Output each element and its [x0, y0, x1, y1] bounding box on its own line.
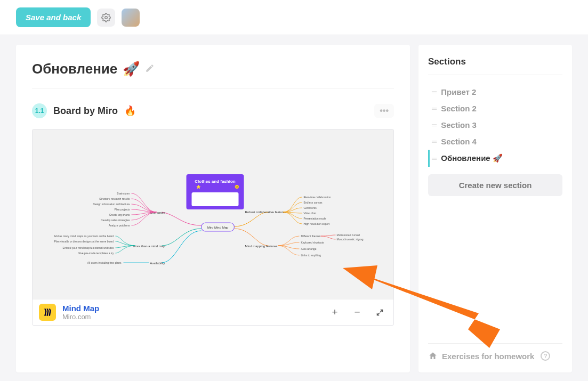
miro-logo-icon — [39, 304, 56, 321]
svg-text:Auto arrange: Auto arrange — [301, 247, 317, 250]
sidebar-item-label: Section 4 — [441, 137, 477, 146]
svg-text:Add as many mind maps as you w: Add as many mind maps as you want on the… — [54, 234, 114, 238]
sidebar-item-3[interactable]: ═ Section 4 — [428, 133, 562, 150]
board-title: Board by Miro — [53, 106, 118, 117]
sidebar-item-label: Привет 2 — [441, 87, 476, 96]
svg-point-0 — [105, 16, 108, 19]
pencil-icon — [145, 63, 155, 73]
svg-text:Robust collaborative features: Robust collaborative features — [245, 210, 287, 214]
svg-text:Links to anything: Links to anything — [301, 254, 321, 257]
svg-text:Video chat: Video chat — [304, 212, 317, 215]
svg-text:Presentation mode: Presentation mode — [304, 217, 326, 220]
page-title: Обновление — [32, 61, 117, 77]
svg-text:Brainstorm: Brainstorm — [117, 192, 130, 195]
svg-text:Develop sales strategies: Develop sales strategies — [101, 218, 130, 222]
create-section-button[interactable]: Create new section — [428, 174, 562, 196]
homework-link[interactable]: Exercises for homework ? — [428, 343, 562, 361]
embed-footer: Mind Map Miro.com + − — [33, 299, 393, 325]
section-number-badge: 1.1 — [32, 103, 47, 118]
sidebar-title: Sections — [428, 56, 562, 75]
sidebar-item-2[interactable]: ═ Section 3 — [428, 117, 562, 133]
svg-text:Monochromatic zigzag: Monochromatic zigzag — [337, 238, 364, 241]
svg-text:Availability: Availability — [150, 262, 165, 265]
homework-label: Exercises for homework — [442, 352, 534, 361]
sidebar-item-0[interactable]: ═ Привет 2 — [428, 84, 562, 100]
fullscreen-button[interactable] — [372, 305, 387, 320]
sidebar: Sections ═ Привет 2 ═ Section 2 ═ Sectio… — [418, 45, 572, 372]
drag-icon: ═ — [432, 88, 436, 96]
main-panel: Обновление 🚀 1.1 Board by Miro 🔥 ••• Clo… — [16, 45, 410, 372]
save-button[interactable]: Save and back — [16, 7, 91, 27]
sidebar-item-label: Обновление 🚀 — [441, 153, 503, 163]
svg-text:Miro Mind Map: Miro Mind Map — [207, 226, 229, 229]
embed-source: Miro.com — [62, 313, 99, 321]
mindmap-diagram: Clothes and fashion ⭐ 😊 Miro Mind Map Us… — [33, 129, 393, 299]
svg-text:Embed your mind map to externa: Embed your mind map to external websites — [63, 246, 114, 249]
sidebar-item-4[interactable]: ═ Обновление 🚀 — [428, 150, 562, 167]
drag-icon: ═ — [432, 155, 436, 163]
svg-text:Create org charts: Create org charts — [109, 213, 130, 216]
svg-text:⭐: ⭐ — [196, 184, 201, 189]
svg-text:Design information architectur: Design information architecture — [93, 202, 130, 206]
section-list: ═ Привет 2 ═ Section 2 ═ Section 3 ═ Sec… — [428, 84, 562, 167]
miro-embed: Clothes and fashion ⭐ 😊 Miro Mind Map Us… — [32, 129, 394, 326]
svg-text:Mind mapping features: Mind mapping features — [245, 245, 278, 248]
drag-icon: ═ — [432, 121, 436, 129]
topbar: Save and back — [0, 0, 588, 35]
svg-text:Multicolored curved: Multicolored curved — [337, 233, 360, 237]
drag-icon: ═ — [432, 137, 436, 145]
svg-rect-3 — [192, 192, 239, 206]
svg-text:Real-time collaboration: Real-time collaboration — [304, 196, 331, 199]
gear-button[interactable] — [97, 9, 115, 27]
board-header: 1.1 Board by Miro 🔥 ••• — [32, 103, 394, 118]
svg-text:Structure research results: Structure research results — [99, 197, 130, 200]
svg-text:Plan projects: Plan projects — [115, 208, 130, 211]
svg-text:Comments: Comments — [304, 206, 317, 209]
svg-text:Analyze problems: Analyze problems — [109, 224, 130, 227]
avatar[interactable] — [122, 9, 140, 27]
fire-icon: 🔥 — [124, 105, 136, 117]
svg-text:😊: 😊 — [235, 184, 239, 189]
sidebar-item-label: Section 3 — [441, 120, 477, 129]
sidebar-item-label: Section 2 — [441, 104, 477, 113]
svg-text:Endless canvas: Endless canvas — [304, 201, 323, 204]
edit-button[interactable] — [145, 63, 155, 75]
gear-icon — [101, 13, 111, 22]
svg-text:Keyboard shortcuts: Keyboard shortcuts — [301, 241, 325, 244]
home-icon — [428, 351, 438, 361]
zoom-in-button[interactable]: + — [327, 305, 342, 320]
sidebar-item-1[interactable]: ═ Section 2 — [428, 100, 562, 117]
expand-icon — [376, 309, 384, 317]
svg-text:Clothes and fashion: Clothes and fashion — [195, 179, 236, 184]
zoom-out-button[interactable]: − — [350, 305, 365, 320]
svg-text:High resolution export: High resolution export — [304, 222, 330, 225]
rocket-icon: 🚀 — [123, 61, 140, 77]
more-button[interactable]: ••• — [374, 104, 394, 118]
svg-text:All users including free plans: All users including free plans — [87, 261, 122, 264]
svg-text:Give pre-made templates a try: Give pre-made templates a try — [78, 252, 114, 255]
drag-icon: ═ — [432, 104, 436, 112]
help-icon: ? — [541, 351, 550, 361]
svg-text:Different themes: Different themes — [301, 234, 321, 238]
svg-text:More than a mind map: More than a mind map — [133, 245, 165, 248]
svg-text:Plan visually or discuss desig: Plan visually or discuss designs at the … — [54, 240, 114, 243]
embed-title[interactable]: Mind Map — [62, 304, 99, 313]
embed-preview[interactable]: Clothes and fashion ⭐ 😊 Miro Mind Map Us… — [33, 129, 393, 299]
